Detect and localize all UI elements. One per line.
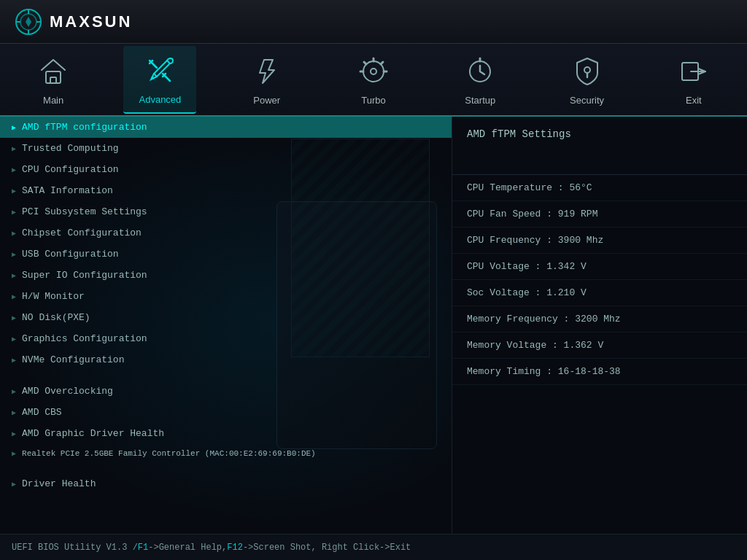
nav-label-main: Main [43,95,63,106]
info-header: AMD fTPM Settings [452,117,747,175]
svg-point-9 [151,77,154,79]
nav-label-turbo: Turbo [361,95,385,106]
menu-item-nodisk[interactable]: NO Disk(PXE) [0,307,452,328]
logo-area: MAXSUN [15,8,132,36]
nav-item-exit[interactable]: Exit [657,47,730,113]
status-f12-key: F12 [227,542,243,553]
home-icon [36,54,71,89]
status-f1-key: F1 [138,542,148,553]
menu-item-pci[interactable]: PCI Subsystem Settings [0,201,452,222]
status-text-prefix: UEFI BIOS Utility V1.3 / [12,542,138,553]
turbo-icon [356,54,391,89]
stat-soc-volt: Soc Voltage : 1.210 V [452,280,747,306]
nav-label-power: Power [253,95,280,106]
stat-mem-volt: Memory Voltage : 1.362 V [452,332,747,359]
logo-text: MAXSUN [50,12,132,31]
left-panel: AMD fTPM configuration Trusted Computing… [0,117,452,534]
svg-point-12 [371,69,376,74]
menu-item-chipset[interactable]: Chipset Configuration [0,222,452,244]
logo-icon [15,8,42,36]
nav-item-turbo[interactable]: Turbo [337,47,410,113]
security-icon [570,54,605,89]
menu-gap-1 [0,370,452,381]
stat-mem-freq: Memory Frequency : 3200 Mhz [452,306,747,332]
menu-item-driver-health[interactable]: Driver Health [0,473,452,494]
menu-item-amd-cbs[interactable]: AMD CBS [0,402,452,423]
nav-item-power[interactable]: Power [231,47,303,113]
nav-item-main[interactable]: Main [17,47,90,113]
menu-item-hwmon[interactable]: H/W Monitor [0,286,452,307]
status-rest-text: ->Screen Shot, Right Click->Exit [243,542,411,553]
nav-label-advanced: Advanced [139,94,182,105]
stats-panel: CPU Temperature : 56°C CPU Fan Speed : 9… [452,175,747,534]
menu-item-graphics[interactable]: Graphics Configuration [0,328,452,349]
right-panel: AMD fTPM Settings CPU Temperature : 56°C… [452,117,747,534]
top-bar: MAXSUN [0,0,747,44]
info-title: AMD fTPM Settings [467,128,571,140]
menu-item-amd-graphic-driver[interactable]: AMD Graphic Driver Health [0,423,452,444]
startup-icon [462,54,498,89]
menu-item-nvme[interactable]: NVMe Configuration [0,349,452,370]
menu-list: AMD fTPM configuration Trusted Computing… [0,117,452,494]
menu-item-trusted[interactable]: Trusted Computing [0,138,452,159]
svg-marker-6 [26,17,31,27]
menu-item-usb[interactable]: USB Configuration [0,244,452,265]
stat-cpu-fan: CPU Fan Speed : 919 RPM [452,201,747,228]
menu-gap-2 [0,463,452,473]
status-bar: UEFI BIOS Utility V1.3 / F1 ->General He… [0,534,747,560]
nav-item-advanced[interactable]: Advanced [123,46,196,114]
menu-item-amd-ftpm[interactable]: AMD fTPM configuration [0,117,452,138]
stat-cpu-freq: CPU Frequency : 3900 Mhz [452,228,747,254]
stat-cpu-temp: CPU Temperature : 56°C [452,175,747,201]
menu-item-superio[interactable]: Super IO Configuration [0,265,452,286]
status-help-text: ->General Help, [148,542,227,553]
menu-item-sata[interactable]: SATA Information [0,180,452,201]
exit-icon [676,54,711,89]
menu-item-cpu-config[interactable]: CPU Configuration [0,159,452,180]
content-area: AMD fTPM configuration Trusted Computing… [0,117,747,534]
nav-bar: Main Advanced Power Tur [0,44,747,117]
stat-mem-timing: Memory Timing : 16-18-18-38 [452,359,747,385]
power-icon [249,54,285,89]
nav-item-startup[interactable]: Startup [444,47,516,113]
nav-label-security: Security [570,95,604,106]
nav-label-startup: Startup [465,95,495,106]
stat-cpu-volt: CPU Voltage : 1.342 V [452,254,747,280]
menu-item-realtek[interactable]: Realtek PCIe 2.5GBE Family Controller (M… [0,444,452,463]
svg-rect-8 [50,77,56,83]
menu-item-amd-oc[interactable]: AMD Overclocking [0,381,452,402]
nav-label-exit: Exit [686,95,702,106]
wrench-icon [142,53,177,88]
svg-marker-10 [260,60,274,83]
nav-item-security[interactable]: Security [551,47,624,113]
